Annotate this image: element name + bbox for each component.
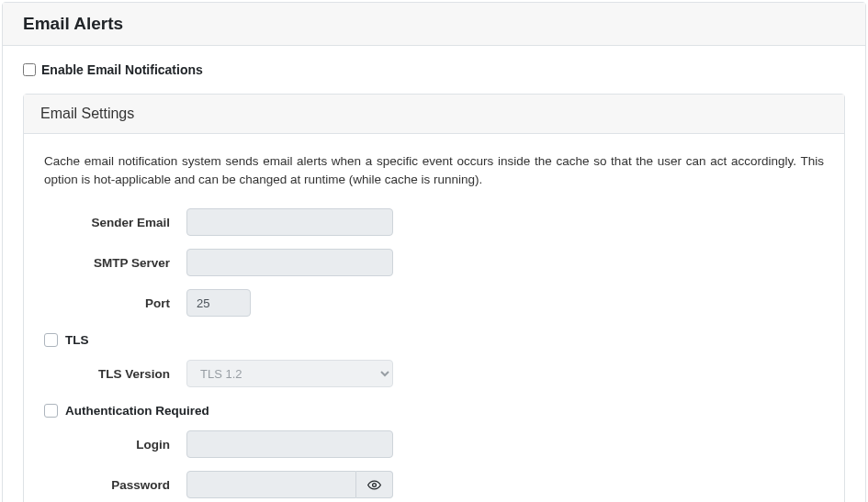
password-input-group (186, 471, 393, 498)
password-label: Password (44, 478, 186, 492)
svg-point-0 (373, 483, 377, 486)
auth-required-checkbox[interactable] (44, 404, 58, 418)
enable-email-row: Enable Email Notifications (23, 62, 845, 77)
tls-label: TLS (65, 333, 89, 347)
login-row: Login (44, 430, 824, 458)
port-input[interactable] (186, 289, 251, 317)
settings-description: Cache email notification system sends em… (44, 152, 824, 188)
auth-required-label: Authentication Required (65, 404, 209, 418)
enable-email-checkbox[interactable] (23, 63, 36, 76)
password-row: Password (44, 471, 824, 498)
login-input[interactable] (186, 430, 393, 458)
eye-icon (367, 478, 381, 492)
email-settings-title: Email Settings (24, 95, 844, 134)
port-label: Port (44, 296, 186, 310)
panel-header: Email Alerts (3, 3, 865, 46)
password-input[interactable] (186, 471, 356, 498)
email-settings-body: Cache email notification system sends em… (24, 134, 844, 502)
tls-version-select[interactable]: TLS 1.2 (186, 360, 393, 387)
email-alerts-panel: Email Alerts Enable Email Notifications … (2, 2, 866, 502)
login-label: Login (44, 438, 186, 452)
smtp-server-label: SMTP Server (44, 256, 186, 270)
enable-email-label: Enable Email Notifications (41, 62, 203, 77)
tls-row: TLS (44, 333, 824, 347)
toggle-password-button[interactable] (356, 471, 393, 498)
tls-version-row: TLS Version TLS 1.2 (44, 360, 824, 387)
tls-checkbox[interactable] (44, 333, 58, 347)
sender-email-row: Sender Email (44, 208, 824, 236)
tls-version-label: TLS Version (44, 367, 186, 381)
port-row: Port (44, 289, 824, 317)
page-title: Email Alerts (23, 14, 845, 34)
smtp-server-row: SMTP Server (44, 249, 824, 276)
panel-body: Enable Email Notifications Email Setting… (3, 46, 865, 502)
sender-email-input[interactable] (186, 208, 393, 236)
sender-email-label: Sender Email (44, 216, 186, 229)
email-settings-panel: Email Settings Cache email notification … (23, 94, 845, 502)
auth-required-row: Authentication Required (44, 404, 824, 418)
smtp-server-input[interactable] (186, 249, 393, 276)
